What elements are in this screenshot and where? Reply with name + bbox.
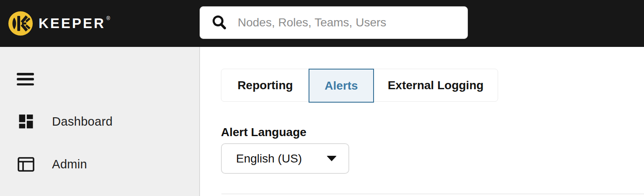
sidebar-item-label: Admin [52, 157, 87, 171]
hamburger-menu-icon[interactable] [17, 73, 34, 85]
keeper-logo-icon [8, 10, 34, 36]
brand-logo-link[interactable]: KEEPER ® [8, 10, 110, 36]
tab-alerts[interactable]: Alerts [309, 69, 374, 103]
brand-wordmark: KEEPER [39, 15, 106, 31]
search-icon [211, 14, 228, 31]
tab-reporting[interactable]: Reporting [221, 69, 309, 101]
alert-language-value: English (US) [236, 152, 302, 165]
alert-language-select[interactable]: English (US) [221, 143, 349, 174]
registered-trademark: ® [106, 15, 110, 21]
topbar: KEEPER ® [0, 0, 644, 47]
settings-tabbar: Reporting Alerts External Logging [221, 69, 498, 102]
dashboard-icon [17, 112, 35, 131]
admin-panel-icon [17, 155, 35, 173]
section-divider [221, 193, 644, 194]
main-content: Reporting Alerts External Logging Alert … [201, 47, 644, 196]
sidebar-item-dashboard[interactable]: Dashboard [17, 112, 113, 131]
alert-language-label: Alert Language [221, 126, 306, 139]
sidebar: Dashboard Admin [0, 47, 200, 196]
chevron-down-icon [327, 156, 337, 161]
tab-external-logging[interactable]: External Logging [374, 69, 498, 101]
sidebar-item-label: Dashboard [52, 115, 113, 129]
sidebar-item-admin[interactable]: Admin [17, 155, 87, 173]
global-search-input[interactable] [238, 16, 459, 29]
global-search[interactable] [200, 6, 468, 39]
